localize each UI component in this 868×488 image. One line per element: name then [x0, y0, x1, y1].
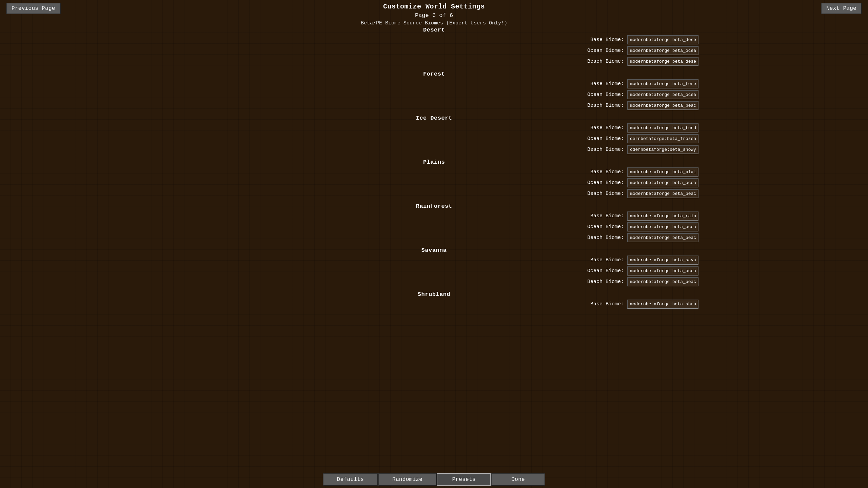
biome-label-1-2: Beach Biome:	[570, 103, 624, 108]
section-heading-shrubland: Shrubland	[163, 291, 705, 298]
biome-input-0-1[interactable]	[627, 46, 698, 55]
biome-row: Base Biome:	[163, 300, 705, 309]
biome-input-4-0[interactable]	[627, 211, 698, 221]
biome-row: Ocean Biome:	[163, 46, 705, 55]
biome-row: Beach Biome:	[163, 57, 705, 66]
biome-label-1-0: Base Biome:	[570, 81, 624, 87]
biome-input-2-1[interactable]	[627, 134, 698, 143]
biome-row: Base Biome:	[163, 79, 705, 88]
section-heading-plains: Plains	[163, 159, 705, 165]
biome-row: Beach Biome:	[163, 233, 705, 242]
biome-input-2-0[interactable]	[627, 123, 698, 133]
biome-row: Base Biome:	[163, 167, 705, 177]
section-heading-savanna: Savanna	[163, 247, 705, 253]
biome-label-3-1: Ocean Biome:	[570, 180, 624, 186]
biome-label-6-0: Base Biome:	[570, 301, 624, 307]
defaults-button[interactable]: Defaults	[323, 473, 378, 486]
biome-label-4-2: Beach Biome:	[570, 235, 624, 241]
biome-input-1-2[interactable]	[627, 101, 698, 110]
biome-label-3-0: Base Biome:	[570, 169, 624, 175]
biome-row: Beach Biome:	[163, 189, 705, 198]
section-heading-rainforest: Rainforest	[163, 203, 705, 209]
bottom-bar: Defaults Randomize Presets Done	[0, 471, 868, 488]
biome-input-3-1[interactable]	[627, 178, 698, 187]
biome-input-3-0[interactable]	[627, 167, 698, 177]
done-button[interactable]: Done	[491, 473, 545, 486]
presets-button[interactable]: Presets	[437, 473, 491, 486]
biome-row: Beach Biome:	[163, 101, 705, 110]
biome-label-2-2: Beach Biome:	[570, 147, 624, 152]
biome-label-0-1: Ocean Biome:	[570, 48, 624, 54]
biome-row: Beach Biome:	[163, 277, 705, 286]
biome-input-1-0[interactable]	[627, 79, 698, 88]
biome-row: Ocean Biome:	[163, 134, 705, 143]
biome-input-3-2[interactable]	[627, 189, 698, 198]
header-title: Customize World Settings	[0, 2, 868, 12]
biome-label-2-0: Base Biome:	[570, 125, 624, 131]
biome-row: Ocean Biome:	[163, 90, 705, 99]
section-heading-ice-desert: Ice Desert	[163, 115, 705, 121]
biome-row: Base Biome:	[163, 35, 705, 44]
biome-input-5-1[interactable]	[627, 266, 698, 276]
biome-input-1-1[interactable]	[627, 90, 698, 99]
biome-row: Ocean Biome:	[163, 178, 705, 187]
main-content-area: DesertBase Biome:Ocean Biome:Beach Biome…	[163, 19, 705, 469]
biome-label-4-0: Base Biome:	[570, 213, 624, 219]
biome-input-0-2[interactable]	[627, 57, 698, 66]
biome-input-5-0[interactable]	[627, 256, 698, 265]
prev-page-button[interactable]: Previous Page	[6, 3, 61, 14]
biome-row: Ocean Biome:	[163, 222, 705, 231]
biome-label-5-0: Base Biome:	[570, 257, 624, 263]
section-heading-forest: Forest	[163, 71, 705, 77]
section-heading-desert: Desert	[163, 27, 705, 33]
randomize-button[interactable]: Randomize	[378, 473, 437, 486]
biome-label-0-2: Beach Biome:	[570, 59, 624, 64]
biome-input-4-2[interactable]	[627, 233, 698, 242]
biome-input-4-1[interactable]	[627, 222, 698, 231]
biome-row: Base Biome:	[163, 256, 705, 265]
biome-row: Base Biome:	[163, 211, 705, 221]
biome-row: Base Biome:	[163, 123, 705, 133]
biome-input-5-2[interactable]	[627, 277, 698, 286]
biome-input-0-0[interactable]	[627, 35, 698, 44]
biome-row: Beach Biome:	[163, 145, 705, 154]
biome-label-4-1: Ocean Biome:	[570, 224, 624, 230]
biome-input-2-2[interactable]	[627, 145, 698, 154]
biome-row: Ocean Biome:	[163, 266, 705, 276]
biome-label-2-1: Ocean Biome:	[570, 136, 624, 142]
biome-label-5-2: Beach Biome:	[570, 279, 624, 285]
biome-label-1-1: Ocean Biome:	[570, 92, 624, 98]
biome-label-5-1: Ocean Biome:	[570, 268, 624, 274]
biome-label-0-0: Base Biome:	[570, 37, 624, 43]
biome-label-3-2: Beach Biome:	[570, 191, 624, 197]
biome-input-6-0[interactable]	[627, 300, 698, 309]
next-page-button[interactable]: Next Page	[821, 3, 862, 14]
